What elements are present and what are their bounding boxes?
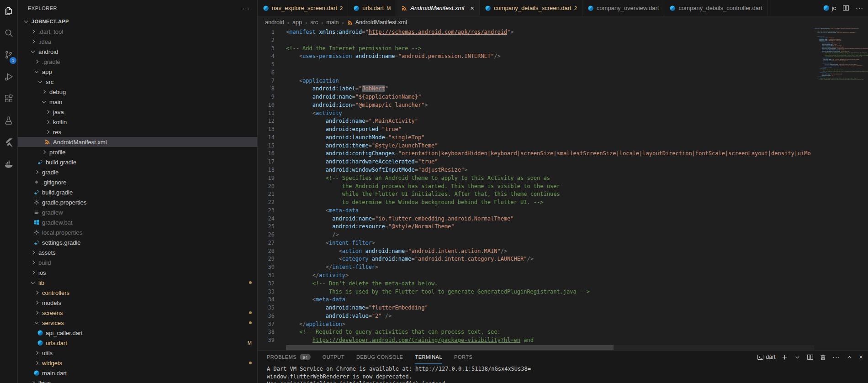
tree-item-debug[interactable]: debug [18, 87, 257, 97]
code-line-18[interactable]: 18 android:windowSoftInputMode="adjustRe… [258, 166, 814, 174]
panel-tab-output[interactable]: OUTPUT [323, 351, 344, 364]
code-line-8[interactable]: 8 android:label="JobNect" [258, 85, 814, 93]
code-line-24[interactable]: 24 android:name="io.flutter.embedding.an… [258, 215, 814, 223]
code-line-7[interactable]: 7 <application [258, 77, 814, 85]
tree-item-gradle-properties[interactable]: gradle.properties [18, 197, 257, 207]
activity-extensions[interactable] [0, 88, 17, 110]
tree-item-gradlew[interactable]: gradlew [18, 207, 257, 217]
split-editor-button[interactable] [842, 5, 849, 11]
horizontal-scrollbar-slider[interactable] [286, 345, 614, 350]
breadcrumb-app[interactable]: app [292, 19, 302, 26]
tree-item-build-gradle[interactable]: build.gradle [18, 157, 257, 167]
tree-item-api-caller-dart[interactable]: api_caller.dart [18, 328, 257, 338]
activity-source-control[interactable]: 1 [0, 44, 17, 66]
breadcrumb-android[interactable]: android [265, 19, 284, 26]
tab-androidmanifest-xml[interactable]: AndroidManifest.xml× [396, 0, 480, 16]
code-line-19[interactable]: 19 <!-- Specifies an Android theme to ap… [258, 174, 814, 183]
code-line-25[interactable]: 25 android:resource="@style/NormalTheme" [258, 223, 814, 231]
code-line-35[interactable]: 35 android:name="flutterEmbedding" [258, 304, 814, 312]
terminal-profile-button[interactable]: dart [757, 354, 776, 361]
maximize-panel-button[interactable] [846, 354, 853, 361]
panel-tab-debug-console[interactable]: DEBUG CONSOLE [356, 351, 403, 364]
activity-flutter[interactable] [0, 131, 17, 153]
tree-item-main-dart[interactable]: main.dart [18, 368, 257, 378]
tree-item-app[interactable]: app [18, 67, 257, 77]
tree-item-dart-tool[interactable]: .dart_tool [18, 26, 257, 37]
tree-item-idea[interactable]: .idea [18, 37, 257, 47]
code-line-28[interactable]: 28 <action android:name="android.intent.… [258, 247, 814, 256]
tree-item-assets[interactable]: assets [18, 247, 257, 257]
tree-item-linux[interactable]: linux [18, 378, 257, 383]
code-line-32[interactable]: 32 <!-- Don't delete the meta-data below… [258, 280, 814, 288]
activity-explorer[interactable] [0, 0, 17, 22]
tree-item-build[interactable]: build [18, 257, 257, 268]
activity-run-debug[interactable] [0, 66, 17, 88]
tree-item-settings-gradle[interactable]: settings.gradle [18, 237, 257, 247]
terminal-output[interactable]: A Dart VM Service on Chrome is available… [258, 363, 868, 383]
code-line-22[interactable]: 22 to determine the Window background be… [258, 199, 814, 207]
run-config-button[interactable]: jc [823, 5, 836, 11]
code-line-38[interactable]: 38 <!-- Required to query activities tha… [258, 328, 814, 336]
code-line-11[interactable]: 11 <activity [258, 110, 814, 118]
tree-item-gradle[interactable]: gradle [18, 167, 257, 177]
code-line-21[interactable]: 21 while the Flutter UI initializes. Aft… [258, 190, 814, 199]
code-line-6[interactable]: 6 [258, 69, 814, 77]
code-line-13[interactable]: 13 android:exported="true" [258, 126, 814, 134]
tree-item-ios[interactable]: ios [18, 268, 257, 278]
close-panel-button[interactable]: × [859, 353, 863, 361]
close-tab-icon[interactable]: × [470, 5, 474, 11]
code-editor[interactable]: 1<manifest xmlns:android="http://schemas… [258, 28, 814, 350]
horizontal-scrollbar[interactable] [286, 345, 814, 350]
code-line-33[interactable]: 33 This is used by the Flutter tool to g… [258, 288, 814, 296]
code-line-9[interactable]: 9 android:name="${applicationName}" [258, 93, 814, 101]
terminal-picker-button[interactable] [794, 354, 801, 361]
tree-item-widgets[interactable]: widgets [18, 358, 257, 368]
code-line-5[interactable]: 5 [258, 61, 814, 69]
more-actions-button[interactable]: ··· [856, 5, 863, 11]
split-terminal-button[interactable] [807, 354, 814, 361]
tree-item-utils[interactable]: utils [18, 348, 257, 358]
tab-company-overview-dart[interactable]: company_overview.dart [582, 0, 665, 16]
code-line-2[interactable]: 2 [258, 37, 814, 45]
tree-item-local-properties[interactable]: local.properties [18, 227, 257, 237]
tree-item-gradlew-bat[interactable]: gradlew.bat [18, 217, 257, 227]
tree-root-jobnect-app[interactable]: JOBNECT-APP [18, 16, 257, 26]
code-line-27[interactable]: 27 <intent-filter> [258, 239, 814, 247]
breadcrumb-main[interactable]: main [326, 19, 339, 26]
code-line-3[interactable]: 3<!-- Add the Internet permission here -… [258, 45, 814, 53]
code-line-34[interactable]: 34 <meta-data [258, 296, 814, 304]
panel-tab-terminal[interactable]: TERMINAL [415, 351, 442, 364]
code-line-12[interactable]: 12 android:name=".MainActivity" [258, 117, 814, 126]
breadcrumb-file[interactable]: AndroidManifest.xml [347, 19, 407, 26]
panel-tab-problems[interactable]: PROBLEMS94 [267, 351, 311, 364]
tree-item-main[interactable]: main [18, 97, 257, 107]
code-line-1[interactable]: 1<manifest xmlns:android="http://schemas… [258, 28, 814, 37]
code-line-37[interactable]: 37 </application> [258, 320, 814, 329]
tree-item-screens[interactable]: screens [18, 308, 257, 318]
tree-item-controllers[interactable]: controllers [18, 288, 257, 298]
tree-item-services[interactable]: services [18, 318, 257, 328]
terminal-more-button[interactable]: ··· [832, 353, 840, 361]
code-line-26[interactable]: 26 /> [258, 231, 814, 239]
panel-tab-ports[interactable]: PORTS [454, 351, 472, 364]
code-lines[interactable]: 1<manifest xmlns:android="http://schemas… [258, 28, 814, 345]
explorer-more-actions-icon[interactable]: ··· [243, 5, 250, 12]
breadcrumb-src[interactable]: src [310, 19, 318, 26]
tree-item-kotlin[interactable]: kotlin [18, 117, 257, 127]
code-line-15[interactable]: 15 android:theme="@style/LaunchTheme" [258, 142, 814, 150]
tree-item-android[interactable]: android [18, 47, 257, 57]
code-line-23[interactable]: 23 <meta-data [258, 207, 814, 215]
tree-item-src[interactable]: src [18, 77, 257, 87]
code-line-31[interactable]: 31 </activity> [258, 272, 814, 280]
minimap[interactable]: <manifest xmlns:android="http://schemas.… [814, 28, 868, 350]
tree-item-gradle[interactable]: .gradle [18, 57, 257, 67]
tree-item-gitignore[interactable]: .gitignore [18, 177, 257, 187]
tab-company-details-screen-dart[interactable]: company_details_screen.dart2 [480, 0, 582, 16]
code-line-10[interactable]: 10 android:icon="@mipmap/ic_launcher"> [258, 101, 814, 110]
tree-item-lib[interactable]: lib [18, 278, 257, 288]
tree-item-java[interactable]: java [18, 107, 257, 117]
tab-nav-explore-screen-dart[interactable]: nav_explore_screen.dart2 [258, 0, 348, 16]
code-line-39[interactable]: 39 https://developer.android.com/trainin… [258, 336, 814, 345]
activity-search[interactable] [0, 22, 17, 44]
tree-item-build-gradle[interactable]: build.gradle [18, 187, 257, 197]
